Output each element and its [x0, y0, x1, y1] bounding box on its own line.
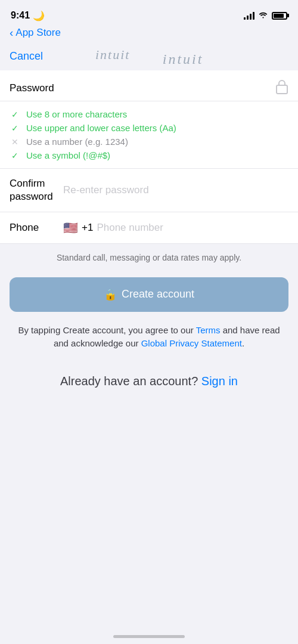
legal-area: By tapping Create account, you agree to …	[0, 321, 298, 363]
confirm-password-input[interactable]	[63, 184, 288, 196]
phone-row: Phone 🇺🇸 +1	[0, 212, 298, 244]
battery-icon	[272, 12, 287, 20]
req-item-case: ✓ Use upper and lower case letters (Aa)	[10, 121, 288, 135]
legal-prefix: By tapping Create account, you agree to …	[18, 325, 195, 335]
confirm-password-label: Confirmpassword	[10, 177, 63, 203]
status-icons	[244, 11, 287, 20]
req-item-number: ✕ Use a number (e.g. 1234)	[10, 135, 288, 148]
sign-in-area: Already have an account? Sign in	[0, 363, 298, 412]
req-item-symbol: ✓ Use a symbol (!@#$)	[10, 148, 288, 162]
terms-link[interactable]: Terms	[196, 325, 221, 335]
time-display: 9:41	[11, 10, 30, 21]
password-section-header: Password	[0, 70, 298, 101]
status-bar: 9:41 🌙	[0, 0, 298, 26]
req-check-symbol-icon: ✓	[10, 151, 20, 160]
disclaimer-text: Standard call, messaging or data rates m…	[57, 253, 241, 262]
legal-suffix: .	[242, 338, 244, 348]
sign-in-link[interactable]: Sign in	[201, 374, 238, 388]
create-account-button[interactable]: 🔒 Create account	[10, 277, 288, 312]
disclaimer-area: Standard call, messaging or data rates m…	[0, 244, 298, 273]
req-text-case: Use upper and lower case letters (Aa)	[26, 123, 176, 133]
moon-icon: 🌙	[33, 10, 45, 21]
us-flag-icon: 🇺🇸	[63, 221, 78, 235]
back-chevron-icon: ‹	[10, 26, 13, 39]
create-account-label: Create account	[122, 288, 194, 301]
req-check-number-icon: ✕	[10, 137, 20, 147]
cancel-button[interactable]: Cancel	[10, 50, 43, 63]
password-requirements: ✓ Use 8 or more characters ✓ Use upper a…	[0, 101, 298, 169]
signal-bars-icon	[244, 11, 254, 20]
confirm-password-row: Confirmpassword	[0, 169, 298, 212]
wifi-icon	[258, 11, 268, 20]
nav-bar: Cancel intuit intuit	[0, 43, 298, 70]
legal-text: By tapping Create account, you agree to …	[14, 324, 284, 351]
req-text-symbol: Use a symbol (!@#$)	[26, 150, 110, 160]
lock-icon	[275, 79, 288, 97]
form-card: Password ✓ Use 8 or more characters ✓ Us…	[0, 70, 298, 244]
app-store-label[interactable]: App Store	[15, 27, 61, 39]
svg-rect-1	[277, 85, 287, 94]
privacy-link[interactable]: Global Privacy Statement	[141, 338, 242, 348]
sign-in-prefix: Already have an account?	[60, 374, 201, 388]
home-indicator	[113, 635, 185, 638]
intuit-logo: intuit intuit	[92, 45, 204, 67]
phone-input[interactable]	[97, 222, 288, 234]
svg-text:intuit: intuit	[95, 47, 130, 62]
req-check-case-icon: ✓	[10, 123, 20, 133]
req-item-length: ✓ Use 8 or more characters	[10, 107, 288, 121]
req-text-length: Use 8 or more characters	[26, 109, 127, 119]
phone-label: Phone	[10, 222, 63, 234]
sign-in-text: Already have an account? Sign in	[60, 374, 238, 388]
req-check-length-icon: ✓	[10, 110, 20, 119]
password-label: Password	[10, 82, 54, 94]
country-code: +1	[82, 222, 93, 234]
req-text-number: Use a number (e.g. 1234)	[26, 137, 128, 147]
spacer	[0, 412, 298, 644]
app-store-nav: ‹ App Store	[0, 26, 298, 43]
status-time: 9:41 🌙	[11, 10, 45, 21]
phone-flag-area[interactable]: 🇺🇸 +1	[63, 221, 97, 235]
lock-button-icon: 🔒	[104, 288, 117, 301]
